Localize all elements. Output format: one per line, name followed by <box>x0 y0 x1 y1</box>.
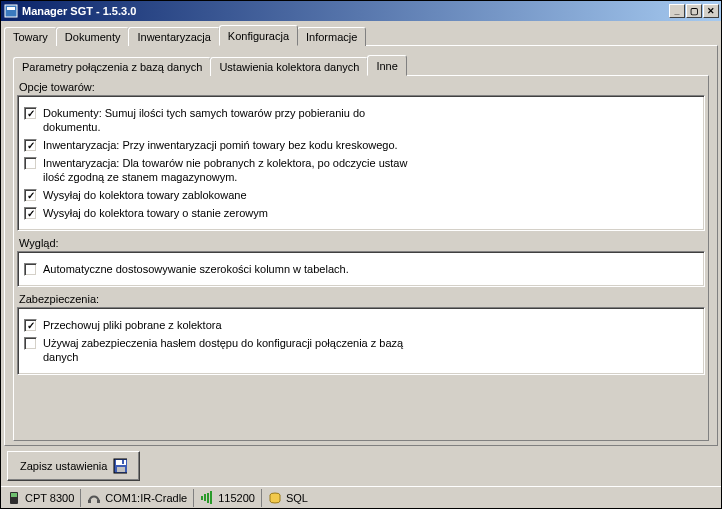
box-opcje: Dokumenty: Sumuj ilości tych samych towa… <box>17 95 705 231</box>
opt-wysylaj-zablokowane[interactable]: Wysyłaj do kolektora towary zablokowane <box>24 188 698 202</box>
app-icon <box>3 3 19 19</box>
checkbox-icon[interactable] <box>24 207 37 220</box>
status-bar: CPT 8300 COM1:IR-Cradle 115200 SQL <box>1 486 721 508</box>
box-zabezpieczenia: Przechowuj pliki pobrane z kolektora Uży… <box>17 307 705 375</box>
opt-dokumenty-sumuj[interactable]: Dokumenty: Sumuj ilości tych samych towa… <box>24 106 698 134</box>
checkbox-icon[interactable] <box>24 337 37 350</box>
svg-rect-0 <box>5 5 17 17</box>
status-speed: 115200 <box>198 489 262 507</box>
checkbox-label: Automatyczne dostosowywanie szerokości k… <box>43 262 349 276</box>
signal-bars-icon <box>200 491 214 505</box>
group-opcje-towarow: Opcje towarów: Dokumenty: Sumuj ilości t… <box>17 81 705 231</box>
maximize-button[interactable]: ▢ <box>686 4 702 18</box>
titlebar-title: Manager SGT - 1.5.3.0 <box>22 5 668 17</box>
minimize-button[interactable]: _ <box>669 4 685 18</box>
checkbox-label: Dokumenty: Sumuj ilości tych samych towa… <box>43 106 423 134</box>
tab-konfiguracja[interactable]: Konfiguracja <box>219 25 298 46</box>
window-controls: _ ▢ ✕ <box>668 4 719 18</box>
group-label-opcje: Opcje towarów: <box>19 81 705 93</box>
opt-auto-szerokosc-kolumn[interactable]: Automatyczne dostosowywanie szerokości k… <box>24 262 698 276</box>
status-speed-text: 115200 <box>218 492 255 504</box>
floppy-disk-icon <box>113 459 127 473</box>
checkbox-icon[interactable] <box>24 189 37 202</box>
device-icon <box>7 491 21 505</box>
opt-zabezpieczenie-haslem[interactable]: Używaj zabezpieczenia hasłem dostępu do … <box>24 336 698 364</box>
sub-tabs: Parametry połączenia z bazą danych Ustaw… <box>13 54 709 75</box>
status-db: SQL <box>266 489 314 507</box>
checkbox-label: Inwentaryzacja: Przy inwentaryzacji pomi… <box>43 138 398 152</box>
opt-inwent-pomin-bez-kodu[interactable]: Inwentaryzacja: Przy inwentaryzacji pomi… <box>24 138 698 152</box>
opt-wysylaj-stan-zerowy[interactable]: Wysyłaj do kolektora towary o stanie zer… <box>24 206 698 220</box>
checkbox-label: Używaj zabezpieczenia hasłem dostępu do … <box>43 336 423 364</box>
svg-rect-1 <box>7 7 15 10</box>
box-wyglad: Automatyczne dostosowywanie szerokości k… <box>17 251 705 287</box>
checkbox-label: Inwentaryzacja: Dla towarów nie pobranyc… <box>43 156 423 184</box>
status-device-text: CPT 8300 <box>25 492 74 504</box>
svg-rect-5 <box>122 460 124 464</box>
status-db-text: SQL <box>286 492 308 504</box>
tab-inwentaryzacja[interactable]: Inwentaryzacja <box>128 27 219 46</box>
subtab-inne[interactable]: Inne <box>367 55 406 76</box>
svg-rect-9 <box>97 500 100 503</box>
content-area: Towary Dokumenty Inwentaryzacja Konfigur… <box>1 21 721 486</box>
svg-rect-3 <box>116 460 126 465</box>
svg-rect-7 <box>11 493 17 497</box>
status-port-text: COM1:IR-Cradle <box>105 492 187 504</box>
checkbox-label: Przechowuj pliki pobrane z kolektora <box>43 318 222 332</box>
status-port: COM1:IR-Cradle <box>85 489 194 507</box>
tab-towary[interactable]: Towary <box>4 27 57 46</box>
tab-panel-konfiguracja: Parametry połączenia z bazą danych Ustaw… <box>4 45 718 446</box>
subtab-ustawienia[interactable]: Ustawienia kolektora danych <box>210 57 368 76</box>
group-zabezpieczenia: Zabezpieczenia: Przechowuj pliki pobrane… <box>17 293 705 375</box>
group-wyglad: Wygląd: Automatyczne dostosowywanie szer… <box>17 237 705 287</box>
svg-rect-8 <box>88 500 91 503</box>
opt-inwent-ilosc-zgodna[interactable]: Inwentaryzacja: Dla towarów nie pobranyc… <box>24 156 698 184</box>
cable-icon <box>87 491 101 505</box>
checkbox-label: Wysyłaj do kolektora towary o stanie zer… <box>43 206 268 220</box>
footer-buttons: Zapisz ustawienia <box>4 446 718 486</box>
checkbox-icon[interactable] <box>24 139 37 152</box>
group-label-zabezpieczenia: Zabezpieczenia: <box>19 293 705 305</box>
status-device: CPT 8300 <box>5 489 81 507</box>
tab-informacje[interactable]: Informacje <box>297 27 366 46</box>
opt-przechowuj-pliki[interactable]: Przechowuj pliki pobrane z kolektora <box>24 318 698 332</box>
titlebar: Manager SGT - 1.5.3.0 _ ▢ ✕ <box>1 1 721 21</box>
database-icon <box>268 491 282 505</box>
close-button[interactable]: ✕ <box>703 4 719 18</box>
checkbox-label: Wysyłaj do kolektora towary zablokowane <box>43 188 247 202</box>
app-window: Manager SGT - 1.5.3.0 _ ▢ ✕ Towary Dokum… <box>0 0 722 509</box>
checkbox-icon[interactable] <box>24 107 37 120</box>
svg-rect-4 <box>117 467 125 472</box>
checkbox-icon[interactable] <box>24 157 37 170</box>
subtab-parametry[interactable]: Parametry połączenia z bazą danych <box>13 57 211 76</box>
tab-dokumenty[interactable]: Dokumenty <box>56 27 130 46</box>
checkbox-icon[interactable] <box>24 263 37 276</box>
save-button-label: Zapisz ustawienia <box>20 460 107 472</box>
group-label-wyglad: Wygląd: <box>19 237 705 249</box>
checkbox-icon[interactable] <box>24 319 37 332</box>
save-settings-button[interactable]: Zapisz ustawienia <box>7 451 140 481</box>
subpanel-inne: Opcje towarów: Dokumenty: Sumuj ilości t… <box>13 75 709 441</box>
main-tabs: Towary Dokumenty Inwentaryzacja Konfigur… <box>4 24 718 45</box>
